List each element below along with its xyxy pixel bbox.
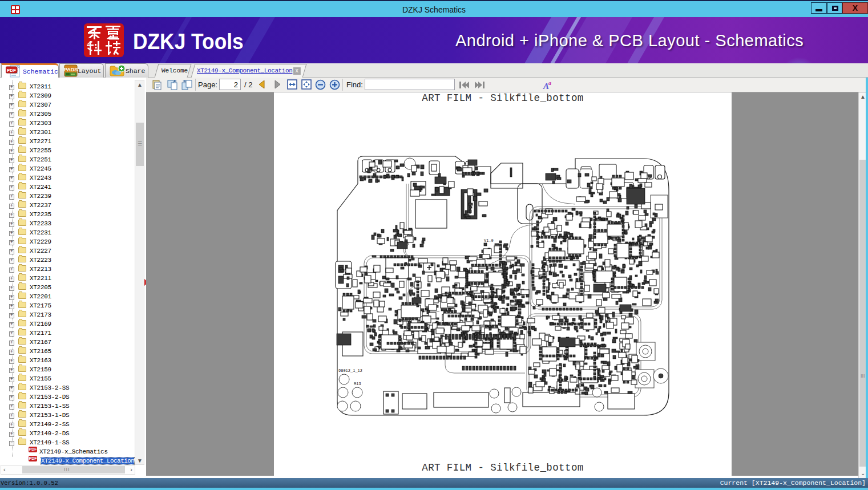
svg-text:V1.0: V1.0 xyxy=(484,238,494,243)
svg-text:M13: M13 xyxy=(354,382,361,386)
svg-text:a: a xyxy=(548,80,551,86)
svg-text:PADS: PADS xyxy=(64,67,78,72)
svg-text:98012_1_12: 98012_1_12 xyxy=(338,368,362,373)
svg-text:PDF: PDF xyxy=(7,68,16,73)
